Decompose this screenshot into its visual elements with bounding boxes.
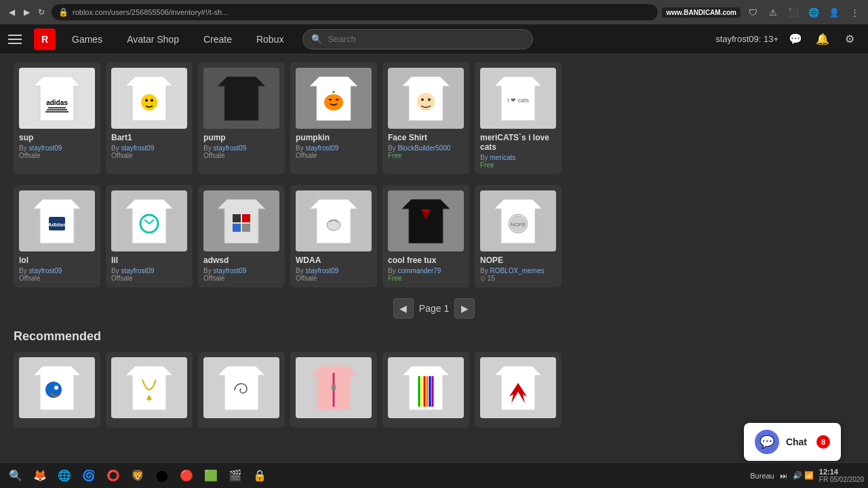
- user-icon[interactable]: 👤: [826, 4, 842, 20]
- warning-icon[interactable]: ⚠: [765, 4, 781, 20]
- browser-bar: ◀ ▶ ↻ 🔒 roblox.com/users/256855506/inven…: [0, 0, 868, 24]
- recommended-item-swirl[interactable]: [198, 352, 285, 428]
- chat-badge: 8: [816, 435, 830, 449]
- recommended-item-redwings[interactable]: [475, 352, 561, 428]
- taskbar-search[interactable]: 🔍: [4, 465, 27, 487]
- item-nope[interactable]: NOPE NOPE By ROBLOX_memes ⊙ 15: [475, 185, 561, 287]
- item-nope-thumbnail: NOPE: [480, 190, 556, 251]
- shield-icon[interactable]: 🛡: [745, 4, 761, 20]
- svg-marker-24: [218, 199, 265, 243]
- extension-icon-1[interactable]: ⬛: [785, 4, 802, 20]
- search-input[interactable]: [328, 34, 524, 44]
- search-bar[interactable]: 🔍: [302, 29, 533, 49]
- item-bart1-price: Offsale: [111, 152, 187, 159]
- svg-rect-27: [233, 224, 241, 232]
- nav-robux[interactable]: Robux: [251, 31, 289, 47]
- item-pumpkin-creator: By stayfrost09: [296, 144, 372, 152]
- item-lil[interactable]: lil By stayfrost09 Offsale: [106, 185, 193, 287]
- forward-button[interactable]: ▶: [20, 6, 33, 18]
- menu-icon[interactable]: ⋮: [846, 4, 863, 20]
- item-cooltux-price: Free: [388, 274, 464, 282]
- svg-rect-25: [233, 214, 241, 222]
- item-cooltux-thumbnail: [388, 190, 464, 251]
- recommended-item-rainbow[interactable]: [382, 352, 469, 428]
- back-button[interactable]: ◀: [5, 6, 18, 18]
- item-bart1[interactable]: Bart1 By stayfrost09 Offsale: [106, 62, 193, 174]
- taskbar-edge[interactable]: 🌀: [77, 465, 100, 487]
- hamburger-menu[interactable]: [8, 29, 28, 49]
- item-faceshirt-price: Free: [388, 152, 464, 159]
- svg-point-7: [145, 99, 148, 102]
- taskbar-opera[interactable]: ⭕: [102, 465, 125, 487]
- taskbar-ie[interactable]: 🌐: [53, 465, 76, 487]
- url-text: roblox.com/users/256855506/inventory#!/t…: [73, 8, 228, 16]
- item-pump-price: Offsale: [203, 152, 279, 159]
- taskbar-video[interactable]: 🎬: [224, 465, 247, 487]
- recommended-rainbow-thumbnail: [388, 357, 464, 418]
- item-sup[interactable]: adidas sup By stayfrost09 Offsale: [14, 62, 100, 174]
- taskbar-vivaldi[interactable]: 🔴: [175, 465, 198, 487]
- taskbar-date: FR 05/02/2020: [819, 476, 864, 483]
- item-bart1-creator: By stayfrost09: [111, 144, 187, 152]
- svg-point-8: [151, 99, 153, 102]
- item-mericats[interactable]: I ❤ cats meriCATS`s i love cats By meric…: [475, 62, 561, 174]
- main-content: adidas sup By stayfrost09 Offsale: [0, 54, 868, 462]
- svg-marker-31: [402, 199, 450, 243]
- item-pumpkin[interactable]: pumpkin By stayfrost09 Offsale: [290, 62, 377, 174]
- taskbar-clock: 12:14 FR 05/02/2020: [819, 468, 864, 483]
- recommended-section: Recommended: [14, 329, 854, 428]
- item-adwsd-thumbnail: [203, 190, 279, 251]
- roblox-logo[interactable]: R: [34, 28, 56, 50]
- item-lol[interactable]: Adidas lol By stayfrost09 Offsale: [14, 185, 100, 287]
- item-adwsd[interactable]: adwsd By stayfrost09 Offsale: [198, 185, 285, 287]
- item-mericats-price: Free: [480, 161, 556, 169]
- settings-icon[interactable]: ⚙: [840, 29, 860, 49]
- taskbar-shield[interactable]: 🔒: [248, 465, 271, 487]
- taskbar-chrome[interactable]: ⬤: [151, 465, 174, 487]
- recommended-item-necklace[interactable]: $: [106, 352, 193, 428]
- nav-avatar-shop[interactable]: Avatar Shop: [121, 31, 184, 47]
- item-cooltux[interactable]: cool free tux By commander79 Free: [382, 185, 469, 287]
- recommended-swirl-thumbnail: [203, 357, 279, 418]
- item-pump[interactable]: pump By stayfrost09 Offsale: [198, 62, 285, 174]
- item-nope-name: NOPE: [480, 256, 556, 265]
- item-wdaa-thumbnail: [296, 190, 372, 251]
- svg-text:NOPE: NOPE: [511, 222, 526, 228]
- prev-page-button[interactable]: ◀: [393, 298, 414, 319]
- recommended-item-sonic[interactable]: [14, 352, 100, 428]
- item-adwsd-creator: By stayfrost09: [203, 267, 279, 274]
- browser-extension-icons: 🛡 ⚠ ⬛ 🌐 👤 ⋮: [745, 4, 863, 20]
- recommended-pinkzip-thumbnail: [296, 357, 372, 418]
- item-faceshirt-name: Face Shirt: [388, 133, 464, 142]
- taskbar-brave[interactable]: 🦁: [126, 465, 149, 487]
- notifications-icon[interactable]: 🔔: [812, 29, 833, 49]
- extension-icon-2[interactable]: 🌐: [806, 4, 822, 20]
- item-lol-creator: By stayfrost09: [19, 267, 95, 274]
- chat-bubble[interactable]: 💬 Chat 8: [744, 423, 841, 461]
- svg-point-15: [421, 98, 424, 101]
- nav-games[interactable]: Games: [66, 31, 108, 47]
- item-lol-name: lol: [19, 256, 95, 265]
- svg-point-11: [324, 94, 343, 110]
- address-bar[interactable]: 🔒 roblox.com/users/256855506/inventory#!…: [52, 4, 658, 20]
- page-label: Page 1: [419, 303, 449, 314]
- taskbar-bureau: Bureau: [750, 472, 774, 480]
- item-faceshirt[interactable]: Face Shirt By BlockBuilder5000 Free: [382, 62, 469, 174]
- recommended-item-pinkzip[interactable]: [290, 352, 377, 428]
- item-faceshirt-creator: By BlockBuilder5000: [388, 144, 464, 152]
- refresh-button[interactable]: ↻: [35, 6, 47, 18]
- item-pumpkin-name: pumpkin: [296, 133, 372, 142]
- item-wdaa[interactable]: WDAA By stayfrost09 Offsale: [290, 185, 377, 287]
- recommended-grid: $: [14, 352, 854, 428]
- taskbar-minecraft[interactable]: 🟩: [199, 465, 222, 487]
- item-adwsd-name: adwsd: [203, 256, 279, 265]
- chat-icon-nav[interactable]: 💬: [785, 29, 806, 49]
- item-sup-price: Offsale: [19, 152, 95, 159]
- next-page-button[interactable]: ▶: [454, 298, 475, 319]
- item-sup-name: sup: [19, 133, 95, 142]
- svg-marker-9: [218, 77, 265, 121]
- taskbar-firefox[interactable]: 🦊: [28, 465, 52, 487]
- svg-text:adidas: adidas: [46, 99, 68, 106]
- item-nope-price: ⊙ 15: [480, 274, 556, 282]
- nav-create[interactable]: Create: [198, 31, 237, 47]
